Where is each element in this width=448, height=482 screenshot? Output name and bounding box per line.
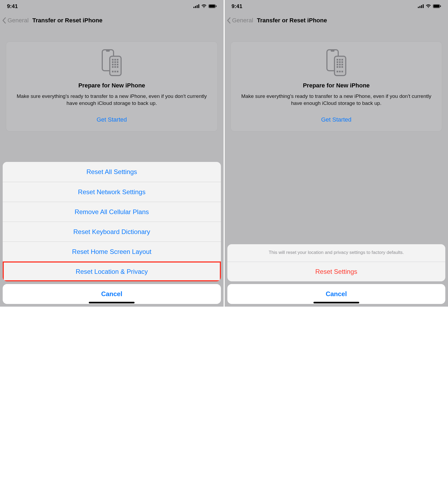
svg-rect-3 bbox=[198, 4, 199, 8]
wifi-icon bbox=[201, 4, 207, 8]
sheet-cancel-button[interactable]: Cancel bbox=[227, 284, 446, 304]
phone-left: 9:41 General Transfer or Reset iPhone bbox=[0, 0, 224, 307]
back-label: General bbox=[8, 17, 29, 24]
battery-icon bbox=[433, 4, 441, 8]
svg-rect-42 bbox=[339, 64, 341, 65]
svg-rect-23 bbox=[114, 71, 116, 72]
confirm-message: This will reset your location and privac… bbox=[227, 244, 446, 262]
sheet-cancel-button[interactable]: Cancel bbox=[3, 284, 221, 304]
svg-rect-44 bbox=[337, 66, 338, 68]
svg-rect-40 bbox=[341, 61, 343, 63]
sheet-item-reset-home-screen-layout[interactable]: Reset Home Screen Layout bbox=[3, 242, 221, 261]
svg-rect-18 bbox=[117, 64, 118, 65]
status-time: 9:41 bbox=[7, 3, 18, 9]
svg-rect-28 bbox=[423, 4, 424, 8]
svg-rect-43 bbox=[341, 64, 343, 65]
nav-title: Transfer or Reset iPhone bbox=[257, 17, 327, 24]
svg-rect-41 bbox=[337, 64, 338, 65]
back-button[interactable]: General bbox=[227, 17, 253, 24]
svg-rect-37 bbox=[341, 59, 343, 61]
svg-rect-35 bbox=[337, 59, 338, 61]
svg-rect-36 bbox=[339, 59, 341, 61]
svg-rect-6 bbox=[216, 5, 217, 7]
status-icons bbox=[193, 4, 217, 8]
svg-rect-39 bbox=[339, 61, 341, 63]
svg-rect-21 bbox=[117, 66, 118, 68]
sheet-item-reset-all-settings[interactable]: Reset All Settings bbox=[3, 162, 221, 182]
sheet-item-reset-network-settings[interactable]: Reset Network Settings bbox=[3, 182, 221, 202]
prepare-card: Prepare for New iPhone Make sure everyth… bbox=[6, 41, 218, 132]
reset-action-sheet: Reset All Settings Reset Network Setting… bbox=[3, 162, 221, 304]
confirm-action-sheet: This will reset your location and privac… bbox=[227, 244, 446, 304]
svg-rect-27 bbox=[421, 5, 422, 8]
svg-rect-45 bbox=[339, 66, 341, 68]
svg-rect-8 bbox=[106, 50, 110, 52]
cellular-icon bbox=[193, 4, 199, 8]
nav-header: General Transfer or Reset iPhone bbox=[0, 12, 224, 29]
svg-rect-24 bbox=[117, 71, 118, 72]
sheet-options-group: Reset All Settings Reset Network Setting… bbox=[3, 162, 221, 281]
svg-rect-20 bbox=[114, 66, 116, 68]
status-time: 9:41 bbox=[232, 3, 242, 9]
svg-rect-11 bbox=[114, 59, 116, 61]
svg-rect-13 bbox=[112, 61, 114, 63]
sheet-item-reset-location-privacy[interactable]: Reset Location & Privacy bbox=[3, 261, 221, 281]
svg-rect-38 bbox=[337, 61, 338, 63]
card-title: Prepare for New iPhone bbox=[237, 82, 436, 89]
wifi-icon bbox=[426, 4, 431, 8]
phone-right: 9:41 General Transfer or Reset iPhone bbox=[225, 0, 448, 307]
svg-rect-26 bbox=[419, 6, 421, 8]
status-bar: 9:41 bbox=[225, 0, 448, 12]
svg-rect-46 bbox=[341, 66, 343, 68]
nav-header: General Transfer or Reset iPhone bbox=[225, 12, 448, 29]
svg-rect-15 bbox=[117, 61, 118, 63]
sheet-item-reset-keyboard-dictionary[interactable]: Reset Keyboard Dictionary bbox=[3, 222, 221, 242]
back-label: General bbox=[232, 17, 253, 24]
svg-rect-12 bbox=[117, 59, 118, 61]
svg-rect-1 bbox=[195, 6, 196, 8]
svg-rect-30 bbox=[433, 5, 439, 8]
cellular-icon bbox=[418, 4, 424, 8]
home-indicator[interactable] bbox=[89, 302, 135, 303]
svg-rect-14 bbox=[114, 61, 116, 63]
card-description: Make sure everything's ready to transfer… bbox=[237, 93, 436, 107]
svg-rect-33 bbox=[331, 50, 334, 52]
reset-settings-button[interactable]: Reset Settings bbox=[227, 262, 446, 281]
chevron-left-icon bbox=[2, 17, 6, 24]
svg-rect-31 bbox=[440, 5, 441, 7]
home-indicator[interactable] bbox=[313, 302, 359, 303]
get-started-link[interactable]: Get Started bbox=[237, 116, 436, 123]
card-description: Make sure everything's ready to transfer… bbox=[13, 93, 211, 107]
chevron-left-icon bbox=[227, 17, 231, 24]
status-icons bbox=[418, 4, 441, 8]
svg-rect-22 bbox=[112, 71, 114, 72]
nav-title: Transfer or Reset iPhone bbox=[32, 17, 102, 24]
svg-rect-17 bbox=[114, 64, 116, 65]
svg-rect-10 bbox=[112, 59, 114, 61]
back-button[interactable]: General bbox=[2, 17, 29, 24]
svg-rect-5 bbox=[209, 5, 215, 8]
devices-icon bbox=[13, 49, 211, 76]
svg-rect-49 bbox=[341, 71, 343, 72]
sheet-item-remove-all-cellular-plans[interactable]: Remove All Cellular Plans bbox=[3, 202, 221, 222]
get-started-link[interactable]: Get Started bbox=[13, 116, 211, 123]
svg-rect-19 bbox=[112, 66, 114, 68]
confirm-group: This will reset your location and privac… bbox=[227, 244, 446, 281]
battery-icon bbox=[209, 4, 217, 8]
devices-icon bbox=[237, 49, 436, 76]
status-bar: 9:41 bbox=[0, 0, 224, 12]
svg-rect-47 bbox=[337, 71, 338, 72]
svg-rect-16 bbox=[112, 64, 114, 65]
svg-rect-2 bbox=[197, 5, 198, 8]
svg-rect-48 bbox=[339, 71, 341, 72]
svg-rect-25 bbox=[418, 7, 419, 8]
svg-rect-0 bbox=[193, 7, 195, 8]
card-title: Prepare for New iPhone bbox=[13, 82, 211, 89]
prepare-card: Prepare for New iPhone Make sure everyth… bbox=[231, 41, 442, 132]
